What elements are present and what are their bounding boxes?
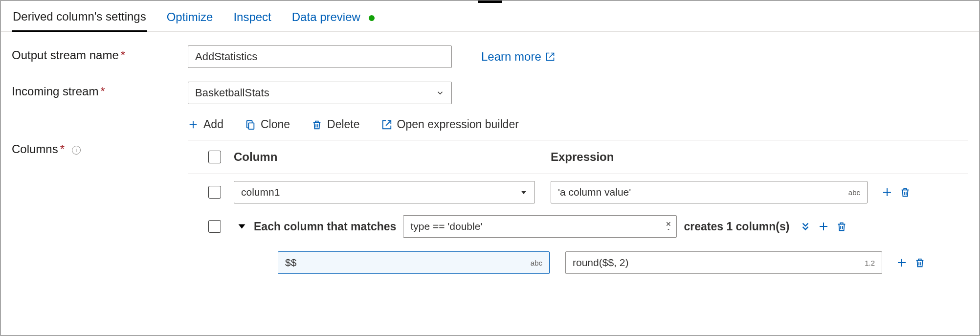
external-link-icon (545, 52, 555, 62)
column-pattern-row: Each column that matches type == 'double… (188, 210, 968, 243)
trash-icon[interactable] (836, 221, 847, 232)
type-hint: abc (531, 259, 542, 267)
plus-icon (188, 119, 199, 130)
columns-table-header: Column Expression (188, 140, 968, 174)
incoming-stream-select[interactable]: BasketballStats (188, 82, 452, 104)
output-stream-label: Output stream name* (12, 45, 188, 62)
row-checkbox[interactable] (208, 186, 221, 199)
open-icon (381, 119, 392, 130)
pattern-suffix: creates 1 column(s) (684, 220, 789, 233)
svg-marker-5 (521, 191, 527, 194)
header-column: Column (234, 150, 551, 164)
type-hint: abc (848, 188, 860, 197)
row-actions (896, 257, 925, 269)
pattern-sub-row: $$ abc round($$, 2) 1.2 (188, 243, 968, 283)
required-asterisk: * (121, 48, 125, 62)
clone-button[interactable]: Clone (245, 118, 290, 131)
window-notch (478, 0, 502, 3)
pattern-name-expression-input[interactable]: $$ abc (278, 251, 550, 274)
svg-rect-2 (248, 123, 254, 129)
row-checkbox[interactable] (208, 220, 221, 233)
columns-toolbar: Add Clone Delete Open expression builder (188, 118, 968, 140)
plus-icon[interactable] (818, 221, 829, 232)
row-actions (800, 221, 847, 232)
tab-data-preview[interactable]: Data preview (291, 6, 376, 31)
pattern-value-expression-input[interactable]: round($$, 2) 1.2 (565, 251, 882, 274)
required-asterisk: * (60, 142, 65, 156)
info-icon[interactable]: i (72, 146, 81, 155)
header-expression: Expression (551, 150, 968, 164)
expression-input[interactable]: 'a column value' abc (551, 181, 868, 203)
table-row: column1 'a column value' abc (188, 174, 968, 210)
tab-inspect[interactable]: Inspect (232, 6, 272, 31)
row-actions (881, 186, 911, 198)
tab-derived-column-settings[interactable]: Derived column's settings (12, 6, 147, 32)
required-asterisk: * (100, 85, 105, 98)
pattern-condition-input[interactable]: type == 'double' ✕ (403, 215, 677, 238)
trash-icon (312, 119, 322, 130)
type-hint: 1.2 (865, 259, 875, 267)
output-stream-input[interactable]: AddStatistics (188, 45, 452, 68)
add-button[interactable]: Add (188, 118, 223, 131)
caret-down-icon (520, 188, 528, 196)
plus-icon[interactable] (896, 257, 908, 269)
columns-label: Columns* i (12, 118, 188, 156)
tab-optimize[interactable]: Optimize (166, 6, 214, 31)
learn-more-link[interactable]: Learn more (481, 50, 555, 64)
plus-icon[interactable] (881, 186, 893, 198)
clear-and-dropdown-icon[interactable]: ✕ (666, 222, 671, 231)
delete-button[interactable]: Delete (312, 118, 359, 131)
copy-icon (245, 119, 256, 130)
trash-icon[interactable] (914, 257, 925, 268)
open-expression-builder-button[interactable]: Open expression builder (381, 118, 519, 131)
select-all-checkbox[interactable] (208, 151, 221, 163)
tab-data-preview-label: Data preview (292, 10, 360, 23)
chevron-down-icon (436, 89, 445, 97)
status-dot-icon (369, 15, 375, 21)
settings-tabs: Derived column's settings Optimize Inspe… (1, 1, 979, 32)
double-chevron-down-icon[interactable] (800, 221, 811, 232)
pattern-prefix: Each column that matches (254, 220, 396, 233)
column-name-select[interactable]: column1 (234, 181, 535, 203)
trash-icon[interactable] (900, 187, 911, 198)
incoming-stream-label: Incoming stream* (12, 82, 188, 98)
expand-triangle-icon[interactable] (239, 224, 245, 229)
